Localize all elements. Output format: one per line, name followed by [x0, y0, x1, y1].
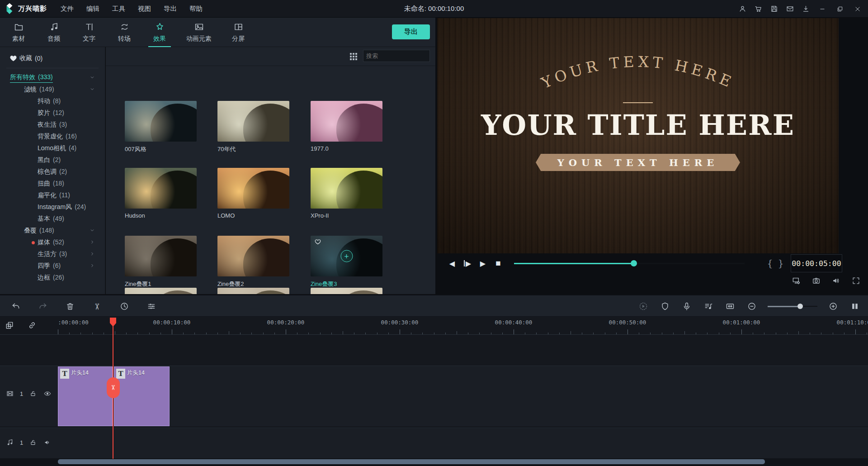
timeline-clip[interactable]: T 片头14	[58, 366, 113, 426]
snapshot-icon[interactable]	[809, 274, 823, 287]
mute-track-icon[interactable]	[43, 438, 52, 447]
effect-item-8[interactable]: +Zine叠覆3	[311, 236, 382, 288]
display-settings-icon[interactable]	[789, 274, 803, 287]
chev-right-icon[interactable]	[90, 262, 95, 270]
sidebar-item-4[interactable]: 夜生活(3)	[0, 119, 105, 131]
menu-item-1[interactable]: 编辑	[85, 3, 100, 15]
sidebar-item-1[interactable]: 滤镜(149)	[0, 84, 105, 95]
menu-item-2[interactable]: 工具	[111, 3, 126, 15]
toggle-visibility-icon[interactable]	[43, 389, 52, 398]
effect-item-2[interactable]: 1977.0	[311, 101, 382, 152]
audio-track-lane[interactable]	[0, 428, 868, 459]
previous-frame-button[interactable]: ◀	[444, 256, 460, 271]
split-clip-button[interactable]: ✂	[107, 377, 120, 398]
sidebar-item-3[interactable]: 胶片(12)	[0, 107, 105, 119]
lock-track-icon[interactable]	[28, 389, 38, 398]
scissors-icon[interactable]: ✂	[91, 300, 103, 312]
save-icon[interactable]	[768, 3, 780, 15]
adjust-icon[interactable]	[146, 300, 157, 312]
cart-icon[interactable]	[752, 3, 764, 15]
sidebar-item-0[interactable]: 所有特效(333)	[0, 72, 105, 84]
chev-right-icon[interactable]	[90, 239, 95, 246]
effect-item-1[interactable]: 70年代	[217, 101, 289, 153]
sidebar-favorites[interactable]: 收藏 (0)	[0, 47, 105, 68]
sidebar-item-15[interactable]: 生活方(3)	[0, 248, 105, 260]
video-viewer[interactable]: YOUR TEXT HERE YOUR TITLE HERE YOUR TEXT…	[437, 18, 839, 253]
tab-audio[interactable]: 音频	[36, 18, 71, 47]
timeline-scrollbar-thumb[interactable]	[58, 459, 765, 464]
mixer-icon[interactable]	[703, 300, 714, 312]
menu-item-4[interactable]: 导出	[163, 3, 178, 15]
chev-down-icon[interactable]	[90, 227, 95, 234]
download-icon[interactable]	[800, 3, 811, 15]
track-panels-icon[interactable]	[849, 300, 861, 312]
effect-item-partial[interactable]	[311, 288, 382, 294]
timeline-clip[interactable]: T 片头14	[114, 366, 170, 426]
zoom-knob[interactable]	[797, 304, 803, 309]
render-preview-icon[interactable]	[637, 300, 649, 312]
add-effect-button[interactable]: +	[340, 250, 353, 262]
sidebar-item-11[interactable]: Instagram风(24)	[0, 201, 105, 213]
export-button[interactable]: 导出	[392, 24, 430, 39]
menu-item-3[interactable]: 视图	[137, 3, 152, 15]
sidebar-item-14[interactable]: 媒体(52)	[0, 237, 105, 248]
effect-item-6[interactable]: Zine叠覆1	[125, 236, 197, 288]
sidebar-item-7[interactable]: 黑白(2)	[0, 154, 105, 166]
tab-transition[interactable]: 转场	[107, 18, 142, 47]
effect-item-7[interactable]: Zine叠覆2	[217, 236, 289, 288]
mic-icon[interactable]	[681, 300, 693, 312]
sidebar-item-16[interactable]: 四季(6)	[0, 260, 105, 272]
chev-right-icon[interactable]	[90, 251, 95, 258]
step-forward-button[interactable]: ▶	[460, 256, 475, 271]
effect-item-partial[interactable]	[125, 288, 197, 294]
sidebar-item-17[interactable]: 边框(26)	[0, 272, 105, 284]
menu-item-5[interactable]: 帮助	[189, 3, 203, 15]
effect-item-4[interactable]: LOMO	[217, 168, 289, 219]
trash-icon[interactable]	[64, 300, 76, 312]
add-track-icon[interactable]	[4, 319, 15, 331]
clock-icon[interactable]	[118, 300, 130, 312]
sidebar-item-12[interactable]: 基本(49)	[0, 213, 105, 225]
tab-media[interactable]: 素材	[1, 18, 36, 47]
sidebar-item-5[interactable]: 背景虚化(16)	[0, 131, 105, 143]
sidebar-item-8[interactable]: 棕色调(2)	[0, 166, 105, 178]
playback-slider[interactable]	[514, 260, 745, 266]
fullscreen-icon[interactable]	[849, 274, 863, 287]
minimize-icon[interactable]	[816, 3, 829, 15]
link-icon[interactable]	[26, 319, 38, 331]
mark-in-icon[interactable]: {	[764, 258, 775, 269]
timeline-ruler[interactable]: 00:00:00:0000:00:10:0000:00:20:0000:00:3…	[58, 317, 868, 335]
close-icon[interactable]	[851, 3, 864, 15]
zoom-out-icon[interactable]	[746, 300, 758, 312]
effect-item-partial[interactable]	[217, 288, 289, 294]
play-button[interactable]: ▶	[475, 256, 491, 271]
mark-out-icon[interactable]: }	[775, 258, 786, 269]
sidebar-item-9[interactable]: 扭曲(18)	[0, 178, 105, 190]
chev-down-icon[interactable]	[90, 74, 95, 81]
account-icon[interactable]	[736, 3, 748, 15]
tab-split[interactable]: 分屏	[221, 18, 256, 47]
speaker-icon[interactable]	[829, 274, 843, 287]
menu-item-0[interactable]: 文件	[60, 3, 75, 15]
sidebar-item-6[interactable]: Lomo相机(4)	[0, 143, 105, 154]
effect-item-5[interactable]: XPro-II	[311, 168, 382, 219]
redo-icon[interactable]	[37, 300, 49, 312]
sidebar-item-13[interactable]: 叠覆(148)	[0, 225, 105, 237]
stop-button[interactable]: ■	[491, 256, 506, 271]
tab-elements[interactable]: 动画元素	[177, 18, 221, 47]
restore-icon[interactable]	[833, 3, 847, 15]
effect-item-3[interactable]: Hudson	[125, 168, 197, 219]
sidebar-item-2[interactable]: 抖动(8)	[0, 95, 105, 107]
heart-outline-icon[interactable]	[314, 238, 321, 247]
search-input[interactable]	[363, 52, 435, 59]
effect-item-0[interactable]: 007风格	[125, 101, 197, 153]
tab-text[interactable]: 文字	[71, 18, 107, 47]
timeline-zoom-slider[interactable]	[768, 303, 817, 309]
mail-icon[interactable]	[784, 3, 796, 15]
playback-knob[interactable]	[631, 260, 637, 266]
fit-timeline-icon[interactable]	[724, 300, 736, 312]
sidebar-item-10[interactable]: 扁平化(11)	[0, 190, 105, 201]
undo-icon[interactable]	[10, 300, 22, 312]
chev-down-icon[interactable]	[90, 86, 95, 93]
zoom-in-icon[interactable]	[827, 300, 839, 312]
